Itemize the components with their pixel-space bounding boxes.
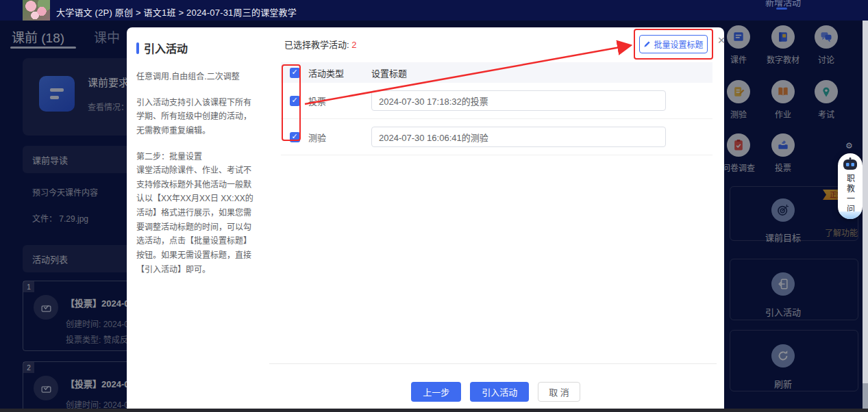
dialog-step-title: 第二步：批量设置 xyxy=(136,150,256,164)
cancel-button[interactable]: 取 消 xyxy=(538,382,580,402)
activity-type-cell: 测验 xyxy=(308,131,371,144)
import-activity-dialog: 引入活动 任意调用.自由组合.二次调整 引入活动支持引入该课程下所有学期、所有班… xyxy=(127,27,724,412)
activity-title-input[interactable] xyxy=(371,127,666,147)
app-screen: 课前 (18) 课中 课前要求 查看情况： 课前导读 预习今天课件内容 文件： … xyxy=(0,0,868,412)
dialog-footer: 上一步 引入活动 取 消 xyxy=(267,382,724,402)
batch-set-title-button[interactable]: 批量设置标题 xyxy=(639,35,708,53)
row-checkbox[interactable] xyxy=(290,96,300,106)
dialog-step-description: 课堂活动除课件、作业、考试不支持修改标题外其他活动一般默认以【XX年XX月XX日… xyxy=(136,164,256,276)
import-activity-button[interactable]: 引入活动 xyxy=(470,382,529,402)
vertical-scrollbar[interactable] xyxy=(863,21,868,409)
column-header-type: 活动类型 xyxy=(308,66,371,79)
activity-title-input[interactable] xyxy=(371,90,666,111)
footer-divider xyxy=(269,363,717,364)
batch-set-title-label: 批量设置标题 xyxy=(654,38,703,50)
window-bottom-edge xyxy=(0,409,868,412)
column-header-title: 设置标题 xyxy=(371,66,712,79)
selected-count-label: 已选择教学活动: 2 xyxy=(284,38,356,51)
scrollbar-thumb[interactable] xyxy=(863,383,868,409)
assistant-label: 职教一问 xyxy=(845,174,856,215)
topbar: 大学语文 (2P) 原创 > 语文1班 > 2024-07-31周三的课堂教学 … xyxy=(0,0,868,21)
table-header-row: 活动类型 设置标题 xyxy=(281,62,712,83)
import-activity-info-panel: 引入活动 任意调用.自由组合.二次调整 引入活动支持引入该课程下所有学期、所有班… xyxy=(127,27,267,412)
gear-icon[interactable]: ⚙ xyxy=(845,141,853,151)
previous-step-button[interactable]: 上一步 xyxy=(411,382,461,402)
assistant-widget[interactable]: 职教一问 xyxy=(838,153,863,219)
dialog-subtitle: 任意调用.自由组合.二次调整 xyxy=(136,70,256,84)
activity-table: 活动类型 设置标题 投票 测验 xyxy=(281,62,712,155)
dialog-description: 引入活动支持引入该课程下所有学期、所有班级中创建的活动，无需教师重复编辑。 xyxy=(136,96,256,138)
title-accent-bar xyxy=(136,42,139,54)
close-icon[interactable]: × xyxy=(714,33,729,48)
table-row: 测验 xyxy=(281,119,712,155)
dialog-title-text: 引入活动 xyxy=(144,40,188,56)
import-activity-step2: × 已选择教学活动: 2 批量设置标题 活动类型 设置标题 投票 xyxy=(267,27,724,412)
selected-count-value: 2 xyxy=(351,40,356,50)
new-activity-tab-underline xyxy=(776,8,787,10)
dialog-title: 引入活动 xyxy=(136,40,256,56)
select-all-checkbox[interactable] xyxy=(290,68,300,78)
table-row: 投票 xyxy=(281,83,712,119)
activity-type-cell: 投票 xyxy=(308,94,371,107)
row-checkbox[interactable] xyxy=(290,132,300,142)
edit-pen-icon xyxy=(643,40,651,48)
course-cover-thumbnail[interactable] xyxy=(23,0,50,21)
breadcrumb[interactable]: 大学语文 (2P) 原创 > 语文1班 > 2024-07-31周三的课堂教学 xyxy=(56,5,297,18)
robot-icon xyxy=(842,157,858,172)
selected-label-text: 已选择教学活动: xyxy=(284,40,351,50)
